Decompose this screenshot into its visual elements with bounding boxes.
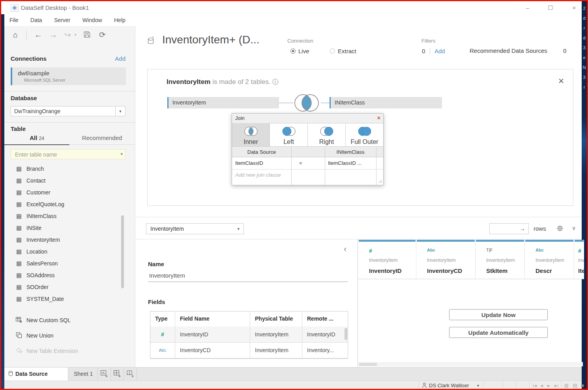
join-type-right[interactable]: Right <box>308 123 346 146</box>
table-item-systemdate[interactable]: ▦SYSTEM_Date <box>4 293 123 305</box>
grid-column-inventoryid[interactable]: # InventoryItem InventoryID <box>358 240 416 279</box>
grid-view-icon[interactable]: ▦ <box>564 383 569 388</box>
table-item-location[interactable]: ▦Location <box>4 246 123 258</box>
canvas-table-right[interactable]: INItemClass <box>330 97 442 108</box>
menu-server[interactable]: Server <box>49 14 75 26</box>
settings-gear-icon[interactable] <box>556 224 564 234</box>
table-item-soorder[interactable]: ▦SOOrder <box>4 282 123 293</box>
tab-data-source[interactable]: Data Source <box>4 368 68 381</box>
union-icon <box>15 332 22 340</box>
table-list-scrollbar[interactable] <box>121 215 124 288</box>
new-story-button[interactable] <box>124 368 137 381</box>
tab-sheet1[interactable]: Sheet 1 <box>68 368 98 381</box>
datasource-title[interactable]: InventoryItem+ (D... <box>162 34 260 46</box>
table-search-input[interactable] <box>14 150 114 159</box>
join-clause-row[interactable]: ItemClassID = ItemClassID ... <box>232 157 383 170</box>
new-custom-sql-button[interactable]: New Custom SQL <box>4 315 123 327</box>
add-connection-link[interactable]: Add <box>115 55 125 62</box>
join-venn-icon[interactable] <box>292 92 321 115</box>
new-union-button[interactable]: New Union <box>4 330 123 342</box>
field-row-inventoryid[interactable]: # InventoryID InventoryItem InventoryID <box>150 327 348 343</box>
last-page-icon[interactable]: ▶ <box>554 384 558 388</box>
join-add-clause-row[interactable]: Add new join clause <box>232 169 383 181</box>
table-item-label: ExcelQuoteLog <box>26 201 64 207</box>
table-item-excelquotelog[interactable]: ▦ExcelQuoteLog <box>4 199 123 211</box>
join-clause-left-field[interactable]: ItemClassID <box>235 160 263 166</box>
datasource-icon[interactable] <box>147 37 156 49</box>
table-item-clipped[interactable]: ▦ <box>4 305 123 309</box>
refresh-icon[interactable]: ⟳ <box>99 29 106 40</box>
info-icon[interactable]: ⓘ <box>272 78 279 85</box>
preview-table-select[interactable]: InventoryItem ▾ <box>146 223 244 234</box>
canvas-table-left[interactable]: InventoryItem <box>167 97 279 108</box>
menu-file[interactable]: File <box>4 14 24 26</box>
collapse-panel-icon[interactable]: ‹ <box>344 244 346 254</box>
user-menu[interactable]: DS Clark Walliser ▾ <box>418 381 483 390</box>
join-type-full-outer[interactable]: Full Outer <box>346 123 383 146</box>
join-type-inner[interactable]: Inner <box>232 123 270 146</box>
table-item-customer[interactable]: ▦Customer <box>4 187 123 199</box>
prev-page-icon[interactable]: ◀ <box>540 384 543 388</box>
strip-char: e <box>582 53 587 63</box>
minimize-button[interactable]: – <box>521 4 534 12</box>
live-radio[interactable] <box>290 49 296 54</box>
update-now-button[interactable]: Update Now <box>449 309 548 320</box>
join-clause-operator[interactable]: = <box>299 160 302 166</box>
back-icon[interactable]: ← <box>34 29 42 40</box>
save-icon[interactable] <box>83 31 91 40</box>
go-arrow-icon[interactable]: → <box>519 225 525 232</box>
resize-grip-icon[interactable] <box>378 177 382 185</box>
menu-window[interactable]: Window <box>77 14 107 26</box>
table-item-branch[interactable]: ▦Branch <box>4 163 123 175</box>
field-row-inventorycd[interactable]: Abc InventoryCD InventoryItem Inventory.… <box>150 342 348 358</box>
menu-bar: File Data Server Window Help <box>4 14 582 26</box>
menu-data[interactable]: Data <box>25 14 47 26</box>
canvas-close-icon[interactable]: ✕ <box>558 77 564 86</box>
extract-radio[interactable] <box>330 49 335 54</box>
extract-label[interactable]: Extract <box>338 48 356 54</box>
table-item-contact[interactable]: ▦Contact <box>4 175 123 187</box>
connection-item[interactable]: dw6\sample Microsoft SQL Server <box>11 67 126 85</box>
first-page-icon[interactable]: ◀ <box>533 384 537 388</box>
grid-column-clipped[interactable]: # InventoryItem ItemClassID <box>574 240 584 279</box>
table-item-salesperson[interactable]: ▦SalesPerson <box>4 258 123 270</box>
maximize-button[interactable]: ☐ <box>544 4 557 12</box>
next-page-icon[interactable]: ▶ <box>547 384 550 388</box>
grid-column-stkitem[interactable]: T|F InventoryItem StkItem <box>476 240 525 279</box>
menu-help[interactable]: Help <box>109 14 131 26</box>
grid-column-inventorycd[interactable]: Abc InventoryItem InventoryCD <box>416 240 476 279</box>
tab-all-tables[interactable]: All 24 <box>4 134 69 145</box>
join-type-left[interactable]: Left <box>270 123 308 146</box>
join-close-icon[interactable]: × <box>377 115 380 121</box>
recommended-datasources-label[interactable]: Recommended Data Sources <box>470 47 547 54</box>
grid-hscrollbar-track[interactable] <box>358 362 583 366</box>
fields-table-scrollbar[interactable] <box>345 328 347 340</box>
update-automatically-button[interactable]: Update Automatically <box>449 327 548 338</box>
table-item-inventoryitem[interactable]: ▦InventoryItem <box>4 234 123 246</box>
forward-icon[interactable]: → <box>49 29 57 40</box>
collapse-chevron-icon[interactable]: ∨ <box>572 225 576 231</box>
close-button[interactable]: × <box>567 4 581 12</box>
chevron-down-icon[interactable]: ▾ <box>120 151 123 157</box>
rows-count-input[interactable]: → <box>489 223 529 234</box>
home-icon[interactable]: ⌂ <box>13 29 18 40</box>
redo-icon[interactable]: ↪ <box>64 29 71 40</box>
name-value[interactable]: InventoryItem <box>149 272 185 279</box>
database-caret[interactable]: ▾ <box>115 106 125 116</box>
live-label[interactable]: Live <box>298 48 309 54</box>
full-view-icon[interactable]: ■ <box>581 383 584 388</box>
grid-column-descr[interactable]: Abc InventoryItem Descr <box>525 240 574 279</box>
new-worksheet-button[interactable] <box>98 368 111 381</box>
database-select[interactable]: DwTrainingOrange ▾ <box>11 106 125 116</box>
split-view-icon[interactable]: ▤ <box>573 383 577 388</box>
table-item-soaddress[interactable]: ▦SOAddress <box>4 270 123 282</box>
redo-caret-icon[interactable]: ▾ <box>75 33 77 37</box>
tab-recommended[interactable]: Recommended <box>69 134 135 145</box>
table-item-initemclass[interactable]: ▦INItemClass <box>4 211 123 222</box>
table-item-insite[interactable]: ▦INSite <box>4 222 123 234</box>
new-table-extension-button[interactable]: New Table Extension <box>4 345 123 357</box>
grid-hscrollbar-thumb[interactable] <box>359 363 377 366</box>
join-clause-right-field[interactable]: ItemClassID ... <box>328 160 361 166</box>
new-dashboard-button[interactable] <box>111 368 124 381</box>
filters-add-link[interactable]: Add <box>434 48 445 54</box>
